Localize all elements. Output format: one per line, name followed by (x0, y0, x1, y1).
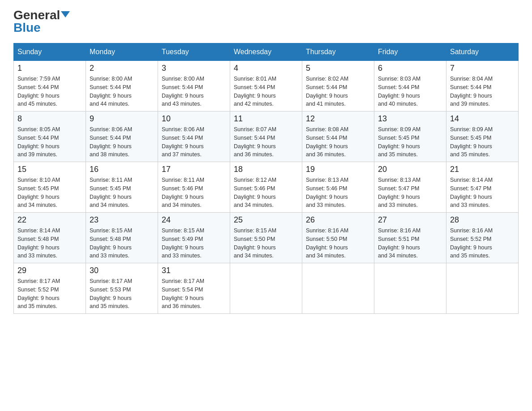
calendar-cell (302, 263, 374, 314)
calendar-cell: 8 Sunrise: 8:05 AM Sunset: 5:44 PM Dayli… (14, 111, 86, 162)
day-number: 25 (234, 215, 298, 225)
day-info: Sunrise: 8:16 AM Sunset: 5:51 PM Dayligh… (378, 227, 442, 260)
calendar-cell: 4 Sunrise: 8:01 AM Sunset: 5:44 PM Dayli… (230, 61, 302, 111)
day-info: Sunrise: 8:00 AM Sunset: 5:44 PM Dayligh… (162, 75, 226, 108)
day-info: Sunrise: 8:01 AM Sunset: 5:44 PM Dayligh… (234, 75, 298, 108)
calendar-cell: 21 Sunrise: 8:14 AM Sunset: 5:47 PM Dayl… (446, 162, 519, 213)
day-header-saturday: Saturday (446, 43, 519, 61)
calendar-cell: 30 Sunrise: 8:17 AM Sunset: 5:53 PM Dayl… (86, 263, 158, 314)
calendar-cell: 26 Sunrise: 8:16 AM Sunset: 5:50 PM Dayl… (302, 213, 374, 263)
calendar-cell (230, 263, 302, 314)
day-info: Sunrise: 7:59 AM Sunset: 5:44 PM Dayligh… (17, 75, 82, 108)
calendar-cell: 13 Sunrise: 8:09 AM Sunset: 5:45 PM Dayl… (374, 111, 446, 162)
calendar-cell: 22 Sunrise: 8:14 AM Sunset: 5:48 PM Dayl… (14, 213, 86, 263)
day-header-wednesday: Wednesday (230, 43, 302, 61)
page-header: General Blue (13, 9, 519, 34)
day-number: 5 (306, 64, 370, 73)
calendar-cell: 14 Sunrise: 8:09 AM Sunset: 5:45 PM Dayl… (446, 111, 519, 162)
day-number: 20 (378, 165, 442, 174)
day-info: Sunrise: 8:16 AM Sunset: 5:52 PM Dayligh… (450, 227, 515, 260)
day-number: 4 (234, 64, 298, 73)
day-info: Sunrise: 8:11 AM Sunset: 5:45 PM Dayligh… (90, 176, 154, 210)
calendar-cell: 31 Sunrise: 8:17 AM Sunset: 5:54 PM Dayl… (158, 263, 230, 314)
day-number: 21 (450, 165, 515, 174)
calendar-cell: 12 Sunrise: 8:08 AM Sunset: 5:44 PM Dayl… (302, 111, 374, 162)
day-info: Sunrise: 8:15 AM Sunset: 5:50 PM Dayligh… (234, 227, 298, 260)
day-number: 14 (450, 114, 515, 124)
day-info: Sunrise: 8:03 AM Sunset: 5:44 PM Dayligh… (378, 75, 442, 108)
calendar-cell: 27 Sunrise: 8:16 AM Sunset: 5:51 PM Dayl… (374, 213, 446, 263)
day-number: 17 (162, 165, 226, 174)
day-info: Sunrise: 8:12 AM Sunset: 5:46 PM Dayligh… (234, 176, 298, 210)
logo-arrow-icon (61, 11, 70, 17)
day-info: Sunrise: 8:15 AM Sunset: 5:49 PM Dayligh… (162, 227, 226, 260)
calendar-cell: 1 Sunrise: 7:59 AM Sunset: 5:44 PM Dayli… (14, 61, 86, 111)
day-number: 22 (17, 215, 82, 225)
day-number: 15 (17, 165, 82, 174)
day-number: 26 (306, 215, 370, 225)
calendar-week-row: 8 Sunrise: 8:05 AM Sunset: 5:44 PM Dayli… (14, 111, 519, 162)
calendar-cell: 6 Sunrise: 8:03 AM Sunset: 5:44 PM Dayli… (374, 61, 446, 111)
calendar-cell: 24 Sunrise: 8:15 AM Sunset: 5:49 PM Dayl… (158, 213, 230, 263)
calendar-week-row: 22 Sunrise: 8:14 AM Sunset: 5:48 PM Dayl… (14, 213, 519, 263)
logo-general-text: General (13, 9, 60, 21)
day-number: 9 (90, 114, 154, 124)
day-number: 19 (306, 165, 370, 174)
day-number: 29 (17, 266, 82, 275)
day-number: 6 (378, 64, 442, 73)
logo: General Blue (13, 9, 70, 34)
calendar-cell: 19 Sunrise: 8:13 AM Sunset: 5:46 PM Dayl… (302, 162, 374, 213)
day-header-friday: Friday (374, 43, 446, 61)
calendar-cell: 23 Sunrise: 8:15 AM Sunset: 5:48 PM Dayl… (86, 213, 158, 263)
calendar-cell: 2 Sunrise: 8:00 AM Sunset: 5:44 PM Dayli… (86, 61, 158, 111)
calendar-cell: 9 Sunrise: 8:06 AM Sunset: 5:44 PM Dayli… (86, 111, 158, 162)
day-info: Sunrise: 8:09 AM Sunset: 5:45 PM Dayligh… (450, 125, 515, 159)
day-header-sunday: Sunday (14, 43, 86, 61)
calendar-cell: 5 Sunrise: 8:02 AM Sunset: 5:44 PM Dayli… (302, 61, 374, 111)
day-number: 28 (450, 215, 515, 225)
day-info: Sunrise: 8:06 AM Sunset: 5:44 PM Dayligh… (90, 125, 154, 159)
calendar-cell: 10 Sunrise: 8:06 AM Sunset: 5:44 PM Dayl… (158, 111, 230, 162)
calendar-cell: 15 Sunrise: 8:10 AM Sunset: 5:45 PM Dayl… (14, 162, 86, 213)
calendar-cell: 7 Sunrise: 8:04 AM Sunset: 5:44 PM Dayli… (446, 61, 519, 111)
day-info: Sunrise: 8:17 AM Sunset: 5:53 PM Dayligh… (90, 277, 154, 311)
day-info: Sunrise: 8:09 AM Sunset: 5:45 PM Dayligh… (378, 125, 442, 159)
calendar-cell (446, 263, 519, 314)
day-info: Sunrise: 8:02 AM Sunset: 5:44 PM Dayligh… (306, 75, 370, 108)
day-number: 31 (162, 266, 226, 275)
day-number: 30 (90, 266, 154, 275)
day-info: Sunrise: 8:00 AM Sunset: 5:44 PM Dayligh… (90, 75, 154, 108)
day-info: Sunrise: 8:10 AM Sunset: 5:45 PM Dayligh… (17, 176, 82, 210)
day-number: 8 (17, 114, 82, 124)
logo-blue-text: Blue (13, 21, 41, 34)
day-info: Sunrise: 8:13 AM Sunset: 5:46 PM Dayligh… (306, 176, 370, 210)
day-number: 23 (90, 215, 154, 225)
calendar-cell: 18 Sunrise: 8:12 AM Sunset: 5:46 PM Dayl… (230, 162, 302, 213)
day-info: Sunrise: 8:16 AM Sunset: 5:50 PM Dayligh… (306, 227, 370, 260)
day-info: Sunrise: 8:11 AM Sunset: 5:46 PM Dayligh… (162, 176, 226, 210)
calendar-week-row: 15 Sunrise: 8:10 AM Sunset: 5:45 PM Dayl… (14, 162, 519, 213)
calendar-table: SundayMondayTuesdayWednesdayThursdayFrid… (13, 43, 519, 314)
calendar-week-row: 1 Sunrise: 7:59 AM Sunset: 5:44 PM Dayli… (14, 61, 519, 111)
day-number: 3 (162, 64, 226, 73)
day-info: Sunrise: 8:17 AM Sunset: 5:54 PM Dayligh… (162, 277, 226, 311)
day-info: Sunrise: 8:17 AM Sunset: 5:52 PM Dayligh… (17, 277, 82, 311)
day-number: 16 (90, 165, 154, 174)
day-header-tuesday: Tuesday (158, 43, 230, 61)
calendar-cell: 16 Sunrise: 8:11 AM Sunset: 5:45 PM Dayl… (86, 162, 158, 213)
day-number: 12 (306, 114, 370, 124)
calendar-cell: 29 Sunrise: 8:17 AM Sunset: 5:52 PM Dayl… (14, 263, 86, 314)
calendar-cell: 3 Sunrise: 8:00 AM Sunset: 5:44 PM Dayli… (158, 61, 230, 111)
day-number: 2 (90, 64, 154, 73)
calendar-cell: 20 Sunrise: 8:13 AM Sunset: 5:47 PM Dayl… (374, 162, 446, 213)
day-info: Sunrise: 8:05 AM Sunset: 5:44 PM Dayligh… (17, 125, 82, 159)
calendar-cell: 11 Sunrise: 8:07 AM Sunset: 5:44 PM Dayl… (230, 111, 302, 162)
day-number: 24 (162, 215, 226, 225)
day-info: Sunrise: 8:14 AM Sunset: 5:48 PM Dayligh… (17, 227, 82, 260)
calendar-header-row: SundayMondayTuesdayWednesdayThursdayFrid… (14, 43, 519, 61)
day-info: Sunrise: 8:04 AM Sunset: 5:44 PM Dayligh… (450, 75, 515, 108)
day-info: Sunrise: 8:06 AM Sunset: 5:44 PM Dayligh… (162, 125, 226, 159)
day-header-thursday: Thursday (302, 43, 374, 61)
day-number: 11 (234, 114, 298, 124)
day-number: 13 (378, 114, 442, 124)
